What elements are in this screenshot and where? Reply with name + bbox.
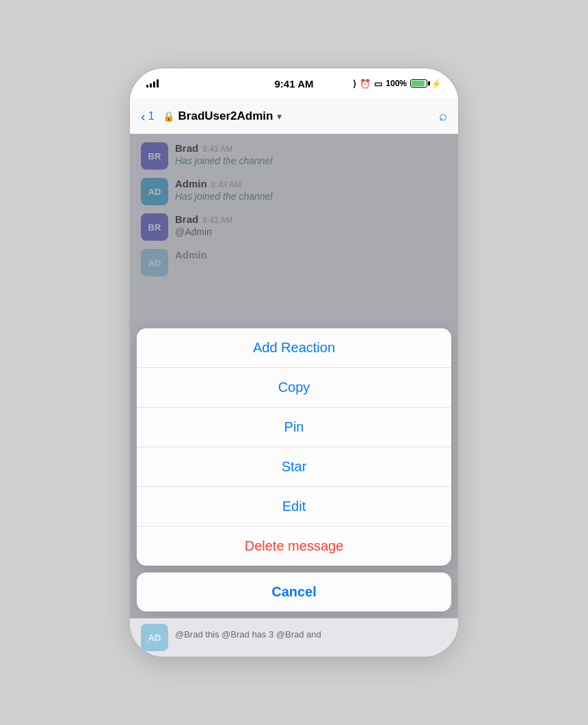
channel-chevron-icon: ▾ [277,111,282,122]
battery-container [410,79,427,88]
copy-label: Copy [278,380,310,395]
signal-bar-2 [150,83,152,88]
signal-bar-4 [157,79,159,88]
cancel-button[interactable]: Cancel [137,572,451,611]
edit-button[interactable]: Edit [137,487,451,527]
channel-name[interactable]: BradUser2Admin [178,109,273,123]
signal-bar-1 [146,85,148,88]
battery-icon [410,79,427,88]
phone-frame: 9:41 AM ⟩ ⏰ ▭ 100% ⚡ ‹ 1 🔒 BradUser2Admi… [130,68,458,657]
star-label: Star [282,459,307,475]
cancel-label: Cancel [271,584,317,600]
add-reaction-button[interactable]: Add Reaction [137,328,451,368]
pin-button[interactable]: Pin [137,408,451,447]
location-icon: ⟩ [353,79,356,89]
nav-back-button[interactable]: ‹ 1 [141,109,155,123]
status-right: ⟩ ⏰ ▭ 100% ⚡ [353,79,442,89]
charging-icon: ⚡ [431,79,442,89]
back-chevron-icon: ‹ [141,109,146,123]
action-sheet-cancel: Cancel [137,572,451,611]
search-icon[interactable]: ⌕ [439,108,447,124]
star-button[interactable]: Star [137,447,451,487]
signal-bar-3 [153,81,155,88]
status-bar: 9:41 AM ⟩ ⏰ ▭ 100% ⚡ [130,68,458,98]
delete-message-label: Delete message [245,538,344,554]
pin-label: Pin [284,419,304,435]
battery-fill [412,81,425,86]
status-left [146,79,159,88]
screen-icon: ▭ [374,79,382,89]
alarm-icon: ⏰ [360,79,371,89]
action-sheet-area: Add Reaction Copy Pin Star Edit Delete m… [130,328,458,618]
action-sheet-main: Add Reaction Copy Pin Star Edit Delete m… [137,328,451,566]
chat-bottom: AD @Brad this @Brad has 3 @Brad and [130,618,458,657]
nav-title-area: 🔒 BradUser2Admin ▾ [163,109,439,123]
back-count: 1 [148,110,155,122]
lock-icon: 🔒 [163,111,174,122]
signal-bars [146,79,159,88]
copy-button[interactable]: Copy [137,368,451,408]
add-reaction-label: Add Reaction [253,340,335,356]
delete-message-button[interactable]: Delete message [137,527,451,566]
edit-label: Edit [282,499,306,514]
status-time: 9:41 AM [275,78,314,90]
battery-percent: 100% [386,79,407,88]
avatar-bottom: AD [141,624,168,651]
nav-bar: ‹ 1 🔒 BradUser2Admin ▾ ⌕ [130,98,458,134]
chat-area: BR Brad 8:43 AM Has joined the channel A… [130,134,458,618]
bottom-text: @Brad this @Brad has 3 @Brad and [175,624,321,640]
